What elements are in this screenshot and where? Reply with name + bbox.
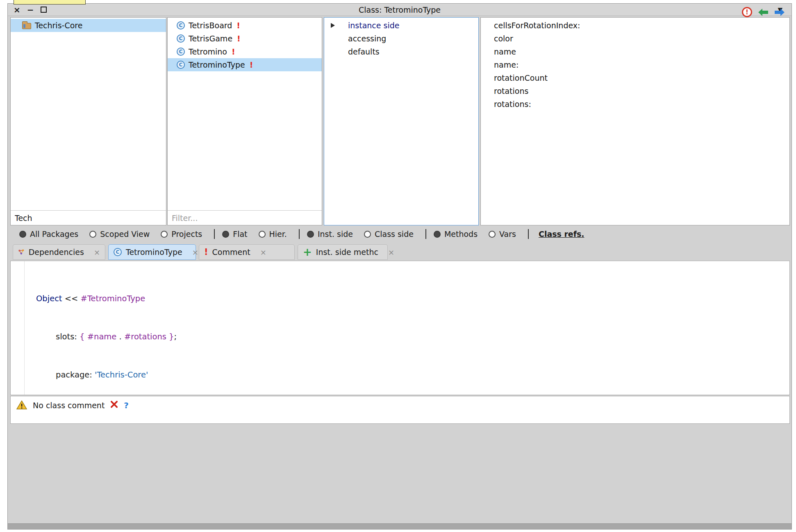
package-list-item[interactable]: Techris-Core xyxy=(11,19,166,32)
protocols-pane: instance side accessing defaults xyxy=(324,17,479,225)
method-list-item[interactable]: name xyxy=(481,45,789,58)
protocol-name: accessing xyxy=(348,34,386,43)
class-list-item[interactable]: C TetrisGame ! xyxy=(168,32,322,45)
method-list-item[interactable]: rotationCount xyxy=(481,71,789,84)
package-name: Techris-Core xyxy=(35,21,82,30)
maximize-window-icon[interactable] xyxy=(41,7,47,13)
code-line: slots: { #name . #rotations }; xyxy=(36,330,785,343)
radio-unselected-icon[interactable] xyxy=(489,231,496,238)
package-icon xyxy=(22,23,31,29)
dependencies-icon xyxy=(18,248,25,256)
class-list-item[interactable]: C TetrominoType ! xyxy=(168,58,322,71)
radio-selected-icon[interactable] xyxy=(222,231,229,238)
code-token: ; xyxy=(174,332,177,341)
history-forward-icon[interactable] xyxy=(774,8,785,17)
radio-all-packages[interactable]: All Packages xyxy=(19,230,78,239)
method-name: rotations: xyxy=(494,100,531,109)
radio-unselected-icon[interactable] xyxy=(161,231,168,238)
protocol-list-item[interactable]: instance side xyxy=(324,19,478,32)
radio-inst-side[interactable]: Inst. side xyxy=(307,230,353,239)
class-icon: C xyxy=(177,34,185,43)
radio-scoped-view[interactable]: Scoped View xyxy=(89,230,150,239)
radio-vars[interactable]: Vars xyxy=(489,230,516,239)
protocol-list-item[interactable]: accessing xyxy=(324,32,478,45)
error-indicator-icon[interactable]: ! xyxy=(742,7,752,17)
missing-comment-icon: ! xyxy=(204,247,208,257)
code-token: #TetrominoType xyxy=(81,294,146,303)
window-title: Class: TetrominoType xyxy=(61,5,738,14)
toolbar-separator xyxy=(299,229,300,239)
class-filter-input[interactable] xyxy=(168,214,314,223)
method-name: name: xyxy=(494,60,519,69)
tab-tetrominotype[interactable]: C TetrominoType × xyxy=(108,244,196,260)
radio-methods[interactable]: Methods xyxy=(434,230,478,239)
code-editor[interactable]: Object << #TetrominoType slots: { #name … xyxy=(10,261,790,395)
tab-close-icon[interactable]: × xyxy=(260,248,266,257)
help-icon[interactable]: ? xyxy=(124,400,129,410)
method-list-item[interactable]: color xyxy=(481,32,789,45)
system-browser-window: × − Class: TetrominoType ▼ Techris-Core xyxy=(7,3,792,530)
scope-toolbar: All Packages Scoped View Projects Flat H… xyxy=(10,226,790,242)
method-list-item[interactable]: name: xyxy=(481,58,789,71)
class-list-item[interactable]: C TetrisBoard ! xyxy=(168,19,322,32)
class-filter-bar xyxy=(168,210,322,225)
protocol-list: instance side accessing defaults xyxy=(324,18,478,58)
tab-close-icon[interactable]: × xyxy=(94,248,100,257)
class-name: Tetromino xyxy=(189,47,227,56)
radio-unselected-icon[interactable] xyxy=(89,231,96,238)
radio-flat[interactable]: Flat xyxy=(222,230,247,239)
class-name: TetrominoType xyxy=(189,60,245,69)
title-bar: × − Class: TetrominoType ▼ xyxy=(8,4,791,16)
window-controls: × − xyxy=(8,6,61,14)
tab-inst-side-methods[interactable]: + Inst. side methc × xyxy=(298,244,388,260)
protocol-list-item[interactable]: defaults xyxy=(324,45,478,58)
radio-projects[interactable]: Projects xyxy=(161,230,202,239)
tab-close-icon[interactable]: × xyxy=(192,248,198,257)
unsaved-changes-icon: ! xyxy=(232,47,235,56)
code-line: package: 'Techris-Core' xyxy=(36,368,785,381)
method-list-item[interactable]: cellsForRotationIndex: xyxy=(481,19,789,32)
history-back-icon[interactable] xyxy=(758,8,769,17)
minimize-window-icon[interactable]: − xyxy=(27,6,34,14)
method-name: cellsForRotationIndex: xyxy=(494,21,580,30)
unsaved-changes-icon: ! xyxy=(237,21,240,30)
code-token: { xyxy=(80,332,87,341)
window-bottom-edge xyxy=(8,523,791,529)
class-refs-link[interactable]: Class refs. xyxy=(539,230,584,239)
radio-unselected-icon[interactable] xyxy=(259,231,266,238)
radio-selected-icon[interactable] xyxy=(434,231,441,238)
toolbar-separator xyxy=(425,229,426,239)
class-icon: C xyxy=(177,48,185,56)
radio-selected-icon[interactable] xyxy=(307,231,314,238)
radio-class-side[interactable]: Class side xyxy=(364,230,414,239)
code-token: #name xyxy=(87,332,117,341)
method-list-item[interactable]: rotations xyxy=(481,84,789,98)
methods-pane: cellsForRotationIndex: color name name: … xyxy=(480,17,790,225)
close-window-icon[interactable]: × xyxy=(14,6,20,14)
radio-selected-icon[interactable] xyxy=(19,231,26,238)
tab-label: Dependencies xyxy=(29,248,84,257)
unsaved-changes-icon: ! xyxy=(250,60,253,69)
no-class-comment-message: No class comment xyxy=(33,401,105,410)
code-token: 'Techris-Core' xyxy=(95,370,148,380)
package-filter-input[interactable] xyxy=(11,214,158,223)
package-filter-bar xyxy=(11,210,166,225)
radio-hier[interactable]: Hier. xyxy=(259,230,287,239)
background-window-fragment xyxy=(14,0,86,5)
radio-unselected-icon[interactable] xyxy=(364,231,371,238)
method-list-item[interactable]: rotations: xyxy=(481,98,789,111)
radio-label: Vars xyxy=(499,230,516,239)
protocol-name: defaults xyxy=(348,47,380,56)
expand-arrow-icon[interactable] xyxy=(331,23,335,28)
radio-label: Flat xyxy=(233,230,247,239)
tab-dependencies[interactable]: Dependencies × xyxy=(13,244,105,260)
class-list-item[interactable]: C Tetromino ! xyxy=(168,45,322,58)
editor-gutter xyxy=(24,261,25,395)
class-name: TetrisGame xyxy=(189,34,232,43)
radio-label: Projects xyxy=(171,230,202,239)
tab-close-icon[interactable]: × xyxy=(388,248,394,257)
class-definition-code[interactable]: Object << #TetrominoType slots: { #name … xyxy=(36,267,785,407)
tab-label: TetrominoType xyxy=(126,248,182,257)
dismiss-x-icon[interactable] xyxy=(110,400,118,408)
tab-comment[interactable]: ! Comment × xyxy=(199,244,295,260)
